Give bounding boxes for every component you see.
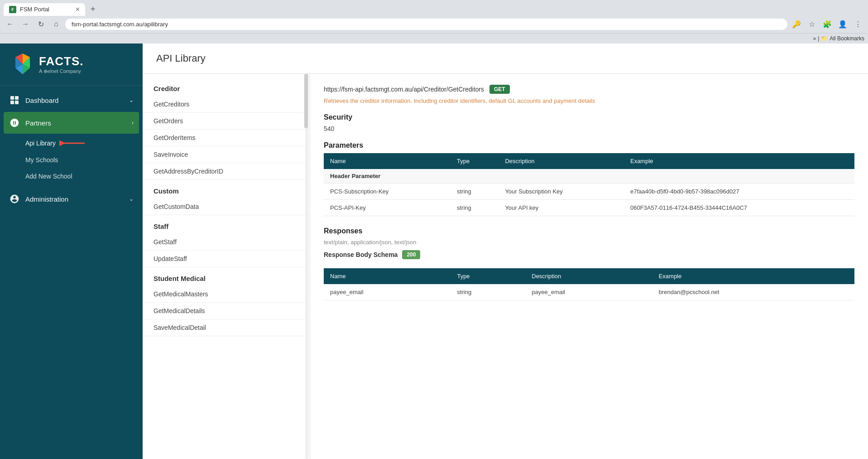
api-section-student-medical: Student Medical GetMedicalMasters GetMed… xyxy=(143,271,310,336)
endpoint-getaddressbycreditorid[interactable]: GetAddressByCreditorID xyxy=(143,163,310,180)
logo-text: FACTS. A ⊕elnet Company xyxy=(39,54,83,74)
param-type-0: string xyxy=(451,184,499,200)
sidebar-item-partners[interactable]: Partners › xyxy=(4,112,139,134)
administration-arrow: ⌄ xyxy=(129,196,134,202)
api-section-custom: Custom GetCustomData xyxy=(143,184,310,215)
resp-col-description: Description xyxy=(525,268,652,284)
endpoint-getorders[interactable]: GetOrders xyxy=(143,113,310,130)
tab-title: FSM Portal xyxy=(20,6,72,13)
svg-rect-4 xyxy=(15,101,19,104)
browser-tab[interactable]: F FSM Portal × xyxy=(4,3,85,16)
response-schema-row: Response Body Schema 200 xyxy=(324,250,854,259)
endpoint-getmedicalmasters[interactable]: GetMedicalMasters xyxy=(143,286,310,303)
resp-col-example: Example xyxy=(652,268,854,284)
security-heading: Security xyxy=(324,113,854,121)
student-medical-section-title: Student Medical xyxy=(143,271,310,286)
endpoint-updatestaff[interactable]: UpdateStaff xyxy=(143,251,310,267)
param-type-1: string xyxy=(451,200,499,216)
response-schema-label: Response Body Schema xyxy=(324,251,398,258)
response-section: Responses text/plain, application/json, … xyxy=(324,227,854,259)
svg-rect-3 xyxy=(10,101,14,104)
sidebar: FACTS. A ⊕elnet Company Dashboard ⌄ xyxy=(0,43,143,459)
api-url: https://fsm-api.factsmgt.com.au/api/Cred… xyxy=(324,86,484,93)
response-types: text/plain, application/json, text/json xyxy=(324,239,854,246)
browser-titlebar: F FSM Portal × + xyxy=(0,0,868,16)
param-col-description: Description xyxy=(499,153,624,169)
param-example-0: e7faa40b-d5f0-4bd0-9b57-398ac096d027 xyxy=(624,184,854,200)
security-value: 540 xyxy=(324,125,854,132)
sidebar-logo: FACTS. A ⊕elnet Company xyxy=(0,43,143,86)
key-icon[interactable]: 🔑 xyxy=(790,18,803,30)
page-header: API Library xyxy=(143,43,868,74)
endpoint-saveinvoice[interactable]: SaveInvoice xyxy=(143,146,310,163)
parameters-heading: Parameters xyxy=(324,141,854,150)
parameters-table: Name Type Description Example Header Par… xyxy=(324,153,854,216)
resp-col-type: Type xyxy=(451,268,525,284)
browser-chrome: F FSM Portal × + ← → ↻ ⌂ fsm-portal.fact… xyxy=(0,0,868,43)
extensions-icon[interactable]: 🧩 xyxy=(821,18,834,30)
param-col-type: Type xyxy=(451,153,499,169)
dashboard-label: Dashboard xyxy=(25,97,124,104)
my-schools-label: My Schools xyxy=(25,156,58,164)
back-button[interactable]: ← xyxy=(4,18,16,30)
close-tab-button[interactable]: × xyxy=(76,6,80,13)
dashboard-icon xyxy=(9,95,20,106)
new-tab-button[interactable]: + xyxy=(87,3,99,16)
endpoint-getcreditors[interactable]: GetCreditors xyxy=(143,96,310,113)
sidebar-item-api-library[interactable]: Api Library xyxy=(0,135,143,152)
tab-favicon: F xyxy=(9,6,16,13)
dashboard-arrow: ⌄ xyxy=(129,97,134,103)
api-section-creditor: Creditor GetCreditors GetOrders GetOrder… xyxy=(143,81,310,180)
scrollbar-track[interactable] xyxy=(305,74,309,459)
param-group-label: Header Parameter xyxy=(324,169,854,184)
param-group-header: Header Parameter xyxy=(324,169,854,184)
app-container: FACTS. A ⊕elnet Company Dashboard ⌄ xyxy=(0,43,868,459)
partners-label: Partners xyxy=(25,119,126,127)
sidebar-item-administration[interactable]: Administration ⌄ xyxy=(0,188,143,210)
endpoint-getmedicaldetails[interactable]: GetMedicalDetails xyxy=(143,303,310,319)
sidebar-item-my-schools[interactable]: My Schools xyxy=(0,152,143,168)
menu-icon[interactable]: ⋮ xyxy=(852,18,864,30)
resp-name-0: payee_email xyxy=(324,284,451,300)
svg-rect-2 xyxy=(15,96,19,100)
endpoint-getorderitems[interactable]: GetOrderItems xyxy=(143,130,310,146)
param-col-name: Name xyxy=(324,153,451,169)
nav-section-main: Dashboard ⌄ Partners › Api Library xyxy=(0,86,143,213)
responses-heading: Responses xyxy=(324,227,854,235)
response-table: Name Type Description Example payee_emai… xyxy=(324,268,854,300)
reload-button[interactable]: ↻ xyxy=(34,18,47,30)
facts-brand: FACTS. xyxy=(39,54,83,68)
endpoint-getcustomdata[interactable]: GetCustomData xyxy=(143,198,310,215)
api-description: Retrieves the creditor information. Incl… xyxy=(324,97,854,104)
home-button[interactable]: ⌂ xyxy=(50,18,62,30)
red-arrow-indicator xyxy=(59,139,86,147)
resp-desc-0: payee_email xyxy=(525,284,652,300)
partners-arrow: › xyxy=(132,120,134,126)
sub-nav-partners: Api Library My Schools Ad xyxy=(0,135,143,188)
forward-button[interactable]: → xyxy=(19,18,32,30)
resp-example-0: brendan@pcschool.net xyxy=(652,284,854,300)
status-200-badge: 200 xyxy=(402,250,420,259)
expand-bookmarks-icon[interactable]: » xyxy=(813,35,816,42)
sidebar-item-dashboard[interactable]: Dashboard ⌄ xyxy=(0,89,143,111)
custom-section-title: Custom xyxy=(143,184,310,198)
facts-logo-svg xyxy=(11,53,34,76)
all-bookmarks-label[interactable]: All Bookmarks xyxy=(830,35,864,42)
sidebar-item-add-new-school[interactable]: Add New School xyxy=(0,168,143,184)
endpoint-savemedicaldetail[interactable]: SaveMedicalDetail xyxy=(143,319,310,336)
scrollbar-thumb[interactable] xyxy=(304,74,308,128)
profile-icon[interactable]: 👤 xyxy=(836,18,849,30)
all-bookmarks-folder-icon: 📁 xyxy=(821,35,828,42)
facts-tagline: A ⊕elnet Company xyxy=(39,68,83,74)
bookmark-star-icon[interactable]: ☆ xyxy=(806,18,818,30)
table-row: payee_email string payee_email brendan@p… xyxy=(324,284,854,300)
table-row: PCS-Subscription-Key string Your Subscri… xyxy=(324,184,854,200)
endpoint-getstaff[interactable]: GetStaff xyxy=(143,234,310,251)
api-url-row: https://fsm-api.factsmgt.com.au/api/Cred… xyxy=(324,85,854,94)
browser-actions: 🔑 ☆ 🧩 👤 ⋮ xyxy=(790,18,864,30)
resp-type-0: string xyxy=(451,284,525,300)
admin-icon xyxy=(9,193,20,204)
address-bar[interactable]: fsm-portal.factsmgt.com.au/apilibrary xyxy=(65,19,787,30)
bookmarks-divider: | xyxy=(818,35,819,42)
api-detail-panel: https://fsm-api.factsmgt.com.au/api/Cred… xyxy=(310,74,868,459)
